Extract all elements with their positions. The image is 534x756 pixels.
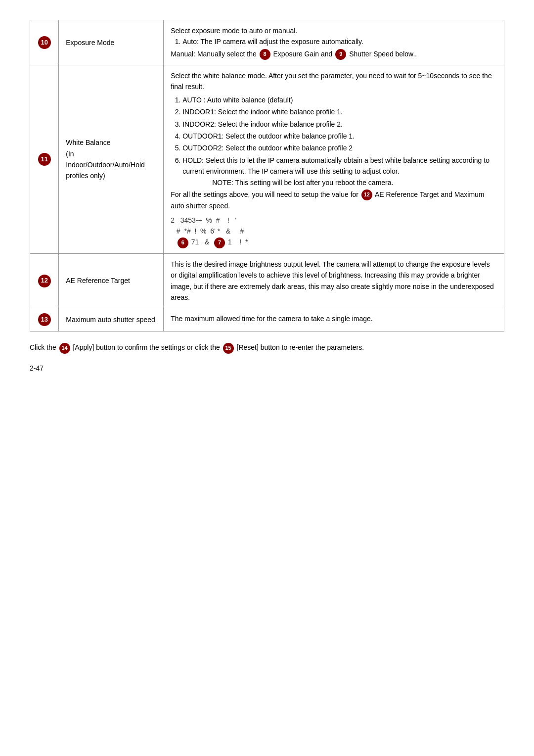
list-text: OUTDOOR1: Select the outdoor white balan… [182, 132, 355, 140]
list-item: INDOOR1: Select the indoor white balance… [182, 106, 497, 117]
exposure-mode-list: Auto: The IP camera will adjust the expo… [182, 36, 497, 47]
badge-12: 12 [38, 275, 51, 287]
desc-cell-12: This is the desired image brightness out… [164, 253, 504, 308]
label-cell-12: AE Reference Target [59, 253, 164, 308]
label-exposure-mode: Exposure Mode [66, 39, 114, 47]
list-item: INDOOR2: Select the indoor white balance… [182, 119, 497, 130]
badge-7-inline: 7 [214, 237, 225, 248]
desc-cell-10: Select exposure mode to auto or manual. … [164, 20, 504, 65]
list-text: AUTO : Auto white balance (default) [182, 96, 293, 104]
table-row: 10 Exposure Mode Select exposure mode to… [30, 20, 504, 65]
footer-text: Click the 14 [Apply] button to confirm t… [30, 341, 504, 354]
badge-6-inline: 6 [178, 237, 188, 248]
row-icon-cell-10: 10 [30, 20, 59, 65]
desc-cell-13: The maximum allowed time for the camera … [164, 308, 504, 331]
row-icon-cell-12: 12 [30, 253, 59, 308]
label-max-shutter: Maximum auto shutter speed [66, 316, 155, 324]
label-ae-reference: AE Reference Target [66, 277, 130, 284]
wb-desc-2: For all the settings above, you will nee… [171, 190, 484, 210]
badge-10: 10 [38, 36, 51, 49]
label-cell-10: Exposure Mode [59, 20, 164, 65]
list-text: HOLD: Select this to let the IP camera a… [182, 156, 497, 188]
table-row: 11 White Balance(InIndoor/Outdoor/Auto/H… [30, 65, 504, 254]
badge-9-inline: 9 [335, 49, 346, 60]
scrambled-line-2: # *# ! % 6' * & # [171, 226, 497, 236]
table-row: 12 AE Reference Target This is the desir… [30, 253, 504, 308]
wb-desc-1: Select the white balance mode. After you… [171, 72, 491, 91]
wb-list: AUTO : Auto white balance (default) INDO… [182, 94, 497, 188]
desc-cell-11: Select the white balance mode. After you… [164, 65, 504, 254]
footer-start: Click the [30, 343, 58, 351]
desc-manual-text: Manual: Manually select the 8 Exposure G… [171, 50, 417, 58]
list-item: OUTDOOR2: Select the outdoor white balan… [182, 142, 497, 153]
label-white-balance: White Balance(InIndoor/Outdoor/Auto/Hold… [66, 139, 145, 180]
badge-8-inline: 8 [260, 49, 270, 60]
label-cell-13: Maximum auto shutter speed [59, 308, 164, 331]
main-table: 10 Exposure Mode Select exposure mode to… [30, 20, 504, 331]
badge-13: 13 [38, 313, 51, 326]
ae-desc: This is the desired image brightness out… [171, 260, 494, 301]
list-item: HOLD: Select this to let the IP camera a… [182, 155, 497, 188]
list-text: OUTDOOR2: Select the outdoor white balan… [182, 144, 353, 152]
table-row: 13 Maximum auto shutter speed The maximu… [30, 308, 504, 331]
list-item: OUTDOOR1: Select the outdoor white balan… [182, 131, 497, 142]
badge-15-footer: 15 [223, 343, 234, 354]
footer-apply: [Apply] button to confirm the settings o… [73, 343, 222, 351]
list-item: Auto: The IP camera will adjust the expo… [182, 36, 497, 47]
list-text: Auto: The IP camera will adjust the expo… [182, 38, 363, 46]
list-text: INDOOR1: Select the indoor white balance… [182, 108, 343, 116]
list-item: AUTO : Auto white balance (default) [182, 94, 497, 105]
footer-reset: [Reset] button to re-enter the parameter… [237, 343, 364, 351]
badge-12-inline: 12 [361, 189, 372, 200]
desc-exposure-mode-text: Select exposure mode to auto or manual. [171, 27, 297, 35]
page-number: 2-47 [30, 364, 504, 372]
scrambled-line-1: 2 3453-+ % # ! ' [171, 215, 497, 226]
shutter-desc: The maximum allowed time for the camera … [171, 315, 373, 323]
row-icon-cell-11: 11 [30, 65, 59, 254]
badge-11: 11 [38, 153, 51, 166]
row-icon-cell-13: 13 [30, 308, 59, 331]
scrambled-line-3: 6 71 & 7 1 ! * [171, 236, 497, 248]
page-content: 10 Exposure Mode Select exposure mode to… [30, 20, 504, 372]
list-text: INDOOR2: Select the indoor white balance… [182, 120, 343, 128]
label-cell-11: White Balance(InIndoor/Outdoor/Auto/Hold… [59, 65, 164, 254]
badge-14-footer: 14 [59, 343, 70, 354]
